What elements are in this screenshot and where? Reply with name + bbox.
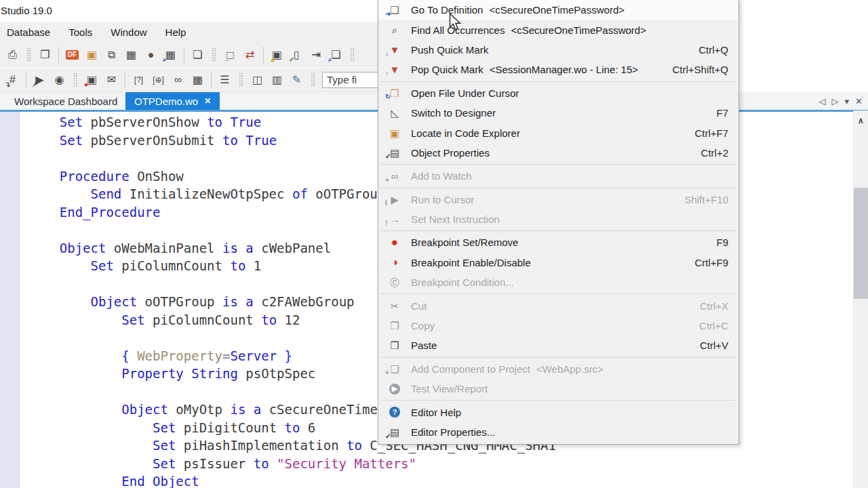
menu-bar: DatabaseToolsWindowHelp <box>0 22 407 43</box>
breakpoints-window-icon[interactable]: ▣● <box>83 71 101 89</box>
code-token <box>245 402 253 417</box>
deploy-icon[interactable]: ◻→ <box>221 46 239 64</box>
menubar-item-database[interactable]: Database <box>7 26 50 38</box>
code-token: { <box>121 348 137 363</box>
locals-glasses-icon-glyph: ∞ <box>174 75 182 85</box>
toolbar-grip-handle[interactable] <box>212 47 216 62</box>
window-cascade-icon[interactable]: ❐ <box>36 46 54 64</box>
filter-input[interactable]: Type fi <box>322 72 381 88</box>
db-explorer-icon[interactable]: ◫ <box>248 71 267 89</box>
menu-item-open-file-under-cursor[interactable]: ❒↻Open File Under Cursor <box>379 83 738 103</box>
cut-icon-glyph: ✂ <box>391 301 399 311</box>
call-stack-icon-glyph: ▦ <box>193 75 203 85</box>
tab-label: Workspace Dashboard <box>14 96 117 107</box>
code-token <box>28 169 60 184</box>
window-title: Studio 19.0 <box>1 5 52 16</box>
web-edit-icon-glyph: ✎ <box>292 75 301 85</box>
code-token: 1 <box>245 258 261 273</box>
toolbar-grip-handle[interactable] <box>26 47 31 62</box>
locate-in-code-explorer-icon: ▣ <box>384 125 405 140</box>
toolbar-grip-handle[interactable] <box>73 73 78 87</box>
pop-quick-mark-icon-glyph: ▼ <box>390 64 400 75</box>
export-icon[interactable]: ⇥ <box>307 46 326 64</box>
menu-item-object-properties[interactable]: ▤✓Object PropertiesCtrl+2 <box>379 143 738 163</box>
menu-separator <box>380 188 736 188</box>
menu-item-breakpoint-set-remove[interactable]: ●Breakpoint Set/RemoveF9 <box>379 232 738 252</box>
menu-item-shortcut: Ctrl+2 <box>701 147 728 159</box>
tab-list-dropdown-icon[interactable]: ▾ <box>845 96 850 106</box>
toolbar-grip-handle[interactable] <box>239 73 243 87</box>
menubar-item-tools[interactable]: Tools <box>68 26 92 38</box>
tab-close-icon[interactable]: ✕ <box>855 96 863 106</box>
tab-workspace-dashboard[interactable]: Workspace Dashboard <box>5 92 126 110</box>
run-debug-icon[interactable]: ▶↗ <box>31 71 49 89</box>
menu-item-find-all-occurrences[interactable]: ⌕Find All Occurrences<cSecureOneTimePass… <box>379 20 738 39</box>
tab-close-icon[interactable]: ✕ <box>204 96 211 106</box>
scroll-up-icon[interactable]: ∧ <box>854 116 868 125</box>
code-token: Set <box>60 115 83 129</box>
menu-item-locate-in-code-explorer[interactable]: ▣Locate in Code ExplorerCtrl+F7 <box>379 123 738 142</box>
new-component-icon[interactable]: ❏ <box>189 46 207 64</box>
run-to-cursor-icon: ▶I <box>384 192 405 207</box>
menu-item-breakpoint-enable-disable[interactable]: ◑Breakpoint Enable/DisableCrtl+F9 <box>379 253 738 272</box>
code-line[interactable]: Set psIssuer to "Security Matters" <box>28 455 853 473</box>
web-inspect-icon[interactable]: [⊕] <box>149 71 167 89</box>
send-message-icon[interactable]: ✉ <box>102 71 121 89</box>
menu-item-go-to-definition[interactable]: ❏➜Go To Definition<cSecureOneTimePasswor… <box>379 0 738 20</box>
code-line[interactable]: End Object <box>28 472 853 488</box>
db-builder-icon-glyph: ▥ <box>272 75 282 85</box>
new-component-icon-glyph: ❏ <box>193 49 202 60</box>
code-token <box>28 366 121 381</box>
code-token <box>28 258 91 273</box>
watch-expression-icon-glyph: [?] <box>134 76 143 84</box>
tab-otpdemo-wo[interactable]: OTPDemo.wo✕ <box>125 92 220 110</box>
code-token <box>269 456 277 471</box>
menu-item-editor-help[interactable]: ?Editor Help <box>379 402 738 422</box>
web-designer-icon[interactable]: ▣ <box>83 46 101 64</box>
tab-scroll-right-icon[interactable]: ▷ <box>832 96 839 106</box>
menu-item-push-quick-mark[interactable]: ▼↓Push Quick MarkCtrl+Q <box>379 40 738 60</box>
web-edit-icon[interactable]: ✎ <box>288 71 306 89</box>
tab-scroll-left-icon[interactable]: ◁ <box>819 96 826 106</box>
vertical-scrollbar[interactable]: ∧ <box>853 110 868 488</box>
menubar-item-help[interactable]: Help <box>165 26 186 38</box>
toolbar-grip-handle[interactable] <box>350 47 355 62</box>
db-builder-icon[interactable]: ▥ <box>268 71 286 89</box>
export-icon-glyph: ⇥ <box>312 49 321 60</box>
menu-item-detail: <cSecureOneTimePassword> <box>489 4 625 16</box>
menubar-item-window[interactable]: Window <box>111 26 146 38</box>
print-icon[interactable]: ⎙ <box>3 46 22 64</box>
menu-item-paste[interactable]: ❒PasteCtrl+V <box>379 336 738 355</box>
web-designer-icon-glyph: ▣ <box>87 49 97 60</box>
menu-item-switch-to-designer[interactable]: ◺Switch to DesignerF7 <box>379 103 738 123</box>
goto-line-icon[interactable]: #↴ <box>3 71 22 89</box>
color-palette-icon[interactable]: ● <box>142 46 160 64</box>
breakpoints-window-icon-glyph: ▣ <box>87 75 97 85</box>
data-structure-icon[interactable]: ⧉ <box>102 46 121 64</box>
toolbar-grip-handle[interactable] <box>311 73 315 87</box>
code-token <box>28 115 60 129</box>
run-to-cursor-icon-glyph: ▶ <box>391 195 399 205</box>
watch-expression-icon[interactable]: [?] <box>130 71 148 89</box>
code-token: oOTPGroup <box>308 186 385 201</box>
pop-quick-mark-icon: ▼↑ <box>384 62 405 77</box>
menu-item-editor-properties[interactable]: ▤✓Editor Properties... <box>379 422 738 442</box>
dataflex-df-icon[interactable]: DF <box>63 46 81 64</box>
switch-arrows-icon[interactable]: ⇄ <box>241 46 259 64</box>
todo-check-icon[interactable]: ▯✓ <box>288 46 306 64</box>
table-search-icon[interactable]: ▦⌕ <box>161 46 180 64</box>
code-token: piHashImplementation <box>176 438 347 453</box>
deploy-icon-overlay: → <box>222 56 229 63</box>
table-columns-icon[interactable]: ▦ <box>122 46 140 64</box>
scrollbar-thumb[interactable] <box>854 188 868 299</box>
stop-debug-icon[interactable]: ◉ <box>50 71 68 89</box>
menu-item-pop-quick-mark[interactable]: ▼↑Pop Quick Mark<SessionManager.wo - Lin… <box>379 60 738 79</box>
code-token <box>28 186 91 201</box>
locals-glasses-icon[interactable]: ∞ <box>169 71 187 89</box>
menu-separator <box>380 164 736 165</box>
code-token: Set <box>91 258 114 273</box>
find-in-files-icon[interactable]: ❏⌕ <box>327 46 345 64</box>
call-stack-icon[interactable]: ▦ <box>189 71 207 89</box>
code-outline-icon[interactable]: ☰ <box>216 71 234 89</box>
compiler-warnings-icon[interactable]: ▣▲ <box>268 46 286 64</box>
